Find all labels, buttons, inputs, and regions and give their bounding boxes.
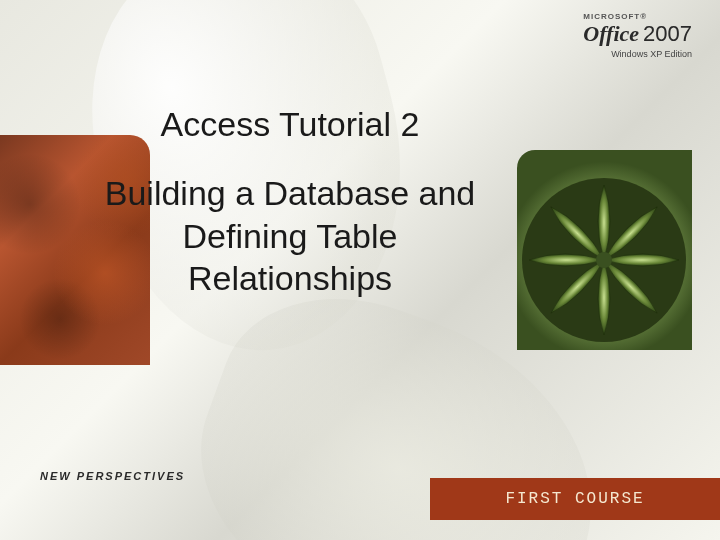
footer-label: FIRST COURSE [505,490,644,508]
logo-edition: Windows XP Edition [583,49,692,59]
leaf-icon [517,150,692,350]
slide-title: Access Tutorial 2 Building a Database an… [90,105,490,300]
svg-point-1 [596,252,612,268]
logo-brand-year: 2007 [643,21,692,46]
title-line-1: Access Tutorial 2 [90,105,490,144]
series-label: NEW PERSPECTIVES [40,470,185,482]
footer-bar: FIRST COURSE [430,478,720,520]
decorative-tile-right [517,150,692,350]
logo-brand-prefix: MICROSOFT® [583,12,692,21]
logo-brand-name: Office [583,21,639,46]
logo-brand-line: Office2007 [583,21,692,47]
title-line-2: Building a Database and Defining Table R… [90,172,490,300]
office-logo: MICROSOFT® Office2007 Windows XP Edition [583,12,692,59]
